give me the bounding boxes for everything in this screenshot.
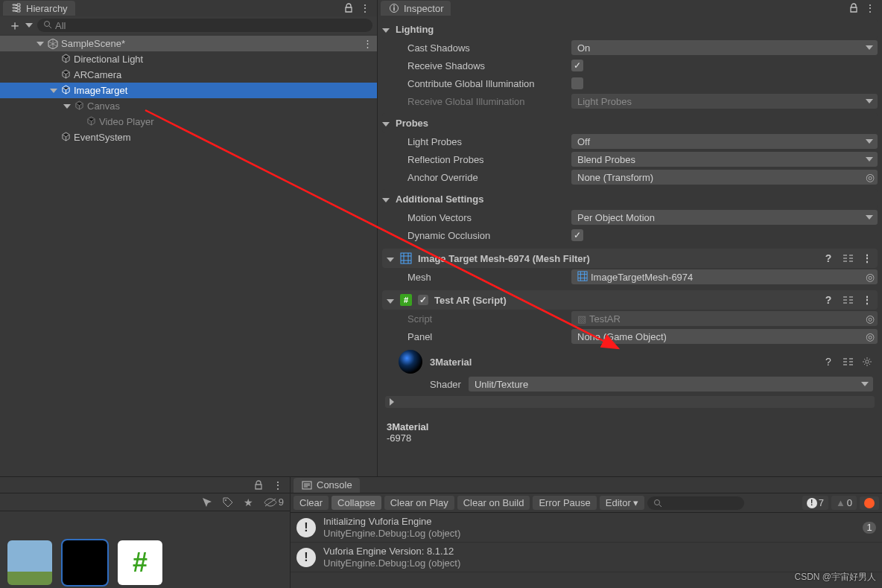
hierarchy-item[interactable]: ARCamera bbox=[0, 67, 377, 83]
visibility-toggle[interactable]: 9 bbox=[264, 496, 284, 508]
chevron-down-icon bbox=[866, 215, 873, 220]
collapse-button[interactable]: Collapse bbox=[331, 496, 381, 510]
context-menu-icon[interactable]: ⋮ bbox=[861, 294, 873, 306]
dropdown-motion-vectors[interactable]: Per Object Motion bbox=[571, 210, 878, 225]
preview-sub: -6978 bbox=[387, 432, 878, 444]
scene-row[interactable]: SampleScene* ⋮ bbox=[0, 36, 377, 51]
error-pause-button[interactable]: Error Pause bbox=[533, 496, 596, 510]
console-search-input[interactable] bbox=[647, 496, 744, 510]
asset-thumb[interactable]: # bbox=[118, 540, 162, 585]
preset-icon[interactable] bbox=[842, 294, 854, 306]
checkbox-receive-shadows[interactable]: ✓ bbox=[571, 60, 583, 71]
objectfield-script: ▧ TestAR◎ bbox=[571, 311, 878, 326]
hierarchy-tab[interactable]: Hierarchy bbox=[3, 1, 75, 16]
component-testar-script[interactable]: # ✓ Test AR (Script) ? ⋮ bbox=[382, 290, 878, 310]
unity-icon bbox=[48, 39, 58, 49]
watermark: CSDN @宇宙好男人 bbox=[794, 571, 876, 584]
gear-icon[interactable] bbox=[861, 356, 873, 368]
console-log-row[interactable]: ! Initializing Vuforia Engine UnityEngin… bbox=[291, 513, 882, 543]
project-grid: # bbox=[0, 511, 290, 588]
clear-on-play-button[interactable]: Clear on Play bbox=[384, 496, 454, 510]
component-mesh-filter[interactable]: Image Target Mesh-6974 (Mesh Filter) ? ⋮ bbox=[382, 249, 878, 268]
context-menu-icon[interactable]: ⋮ bbox=[864, 2, 876, 14]
target-icon: ◎ bbox=[866, 313, 875, 325]
help-icon[interactable]: ? bbox=[822, 356, 834, 368]
info-count[interactable]: ! 7 bbox=[802, 496, 828, 510]
editor-dropdown[interactable]: Editor ▾ bbox=[600, 496, 645, 510]
context-menu-icon[interactable]: ⋮ bbox=[272, 479, 284, 491]
svg-point-9 bbox=[655, 499, 660, 505]
clear-on-build-button[interactable]: Clear on Build bbox=[457, 496, 530, 510]
gameobject-icon bbox=[61, 54, 71, 65]
error-icon bbox=[864, 498, 875, 508]
clear-button[interactable]: Clear bbox=[294, 496, 329, 510]
favorite-icon[interactable]: ★ bbox=[243, 496, 255, 508]
hierarchy-search-input[interactable]: All bbox=[37, 19, 372, 32]
dropdown-light-probes[interactable]: Off bbox=[571, 134, 878, 149]
target-icon[interactable]: ◎ bbox=[866, 271, 875, 283]
info-icon: ! bbox=[296, 518, 316, 537]
dropdown-shader[interactable]: Unlit/Texture bbox=[469, 377, 873, 392]
asset-thumb[interactable] bbox=[63, 540, 107, 585]
svg-point-6 bbox=[866, 360, 869, 363]
svg-rect-3 bbox=[393, 5, 395, 7]
target-icon[interactable]: ◎ bbox=[866, 171, 875, 183]
shader-label: Shader bbox=[430, 379, 461, 390]
objectfield-anchor-override[interactable]: None (Transform)◎ bbox=[571, 170, 878, 185]
prop-contribute-gi: Contribute Global Illumination bbox=[382, 74, 878, 92]
add-dropdown-icon[interactable] bbox=[25, 23, 33, 28]
context-menu-icon[interactable]: ⋮ bbox=[861, 252, 873, 264]
hierarchy-icon bbox=[10, 2, 22, 14]
checkbox-dynamic-occlusion[interactable]: ✓ bbox=[571, 229, 583, 241]
help-icon[interactable]: ? bbox=[822, 252, 834, 264]
hierarchy-item[interactable]: Video Player bbox=[0, 114, 377, 130]
asset-thumb[interactable] bbox=[7, 540, 52, 585]
material-header[interactable]: 3Material ? bbox=[382, 345, 878, 374]
svg-point-0 bbox=[45, 21, 50, 26]
objectfield-mesh[interactable]: ImageTargetMesh-6974◎ bbox=[571, 269, 878, 284]
script-icon: # bbox=[400, 294, 412, 306]
target-icon[interactable]: ◎ bbox=[866, 330, 875, 342]
svg-rect-4 bbox=[401, 253, 411, 263]
group-additional[interactable]: Additional Settings bbox=[382, 189, 878, 208]
search-icon bbox=[43, 20, 52, 31]
group-probes[interactable]: Probes bbox=[382, 113, 878, 132]
chevron-down-icon bbox=[866, 45, 873, 50]
selection-icon[interactable] bbox=[201, 496, 213, 508]
checkbox-enable-script[interactable]: ✓ bbox=[418, 295, 428, 305]
chevron-down-icon bbox=[866, 139, 873, 144]
svg-rect-5 bbox=[578, 271, 587, 280]
console-icon bbox=[301, 479, 313, 491]
lock-icon[interactable] bbox=[253, 479, 264, 491]
material-expand-bar[interactable] bbox=[385, 396, 875, 408]
gameobject-icon bbox=[61, 85, 71, 97]
console-log-row[interactable]: ! Vuforia Engine Version: 8.1.12 UnityEn… bbox=[291, 543, 882, 572]
inspector-tab[interactable]: Inspector bbox=[381, 1, 451, 16]
lock-icon[interactable] bbox=[848, 2, 860, 14]
checkbox-contribute-gi[interactable] bbox=[571, 77, 583, 89]
preset-icon[interactable] bbox=[842, 356, 854, 368]
preset-icon[interactable] bbox=[842, 252, 854, 264]
material-preview-icon bbox=[399, 350, 422, 374]
context-menu-icon[interactable]: ⋮ bbox=[359, 2, 371, 14]
warn-count[interactable]: ▲ 0 bbox=[831, 496, 857, 510]
scene-menu-icon[interactable]: ⋮ bbox=[363, 38, 372, 49]
dropdown-reflection-probes[interactable]: Blend Probes bbox=[571, 152, 878, 167]
lock-icon[interactable] bbox=[343, 2, 355, 14]
prop-receive-gi: Receive Global Illumination Light Probes bbox=[382, 92, 878, 110]
mesh-filter-icon bbox=[400, 252, 412, 264]
help-icon[interactable]: ? bbox=[822, 294, 834, 306]
error-count[interactable] bbox=[860, 496, 879, 510]
dropdown-cast-shadows[interactable]: On bbox=[571, 40, 878, 55]
group-lighting[interactable]: Lighting bbox=[382, 19, 878, 39]
hierarchy-item-selected[interactable]: ImageTarget bbox=[0, 83, 377, 98]
hierarchy-item[interactable]: Directional Light bbox=[0, 51, 377, 67]
dropdown-receive-gi: Light Probes bbox=[571, 94, 878, 109]
chevron-down-icon bbox=[866, 157, 873, 162]
add-icon[interactable]: ＋ bbox=[9, 19, 21, 31]
tag-icon[interactable] bbox=[222, 496, 234, 508]
hierarchy-item[interactable]: EventSystem bbox=[0, 130, 377, 145]
objectfield-panel[interactable]: None (Game Object)◎ bbox=[571, 329, 878, 344]
console-tab[interactable]: Console bbox=[294, 478, 360, 493]
hierarchy-item[interactable]: Canvas bbox=[0, 98, 377, 114]
